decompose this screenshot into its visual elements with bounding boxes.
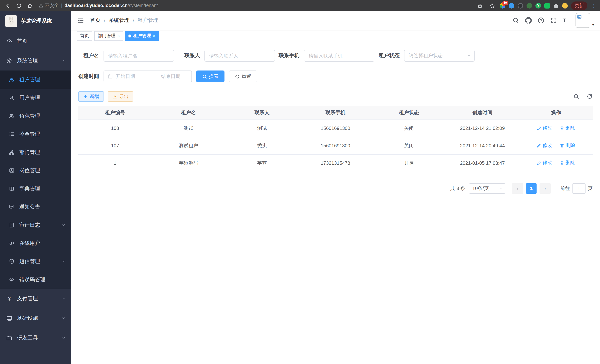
sidebar-fold-icon[interactable] [77,17,84,24]
warning-triangle-icon [38,3,43,8]
breadcrumb-item-current: 租户管理 [138,17,159,24]
status-select[interactable]: 请选择租户状态 [404,50,475,62]
sidebar-item-dev-tools[interactable]: 研发工具 [0,328,71,348]
address-bar[interactable]: 不安全 | dashboard.yudao.iocoder.cn/system/… [38,2,473,9]
browser-back-button[interactable] [3,1,12,10]
search-button-label: 搜索 [209,73,219,80]
user-avatar-menu[interactable]: ▾ [575,13,594,28]
fullscreen-icon [550,17,557,24]
browser-share-button[interactable] [475,1,484,10]
sidebar-nav: 首页 系统管理 租户管理 用户管理 [0,31,71,348]
close-icon[interactable]: × [117,34,120,38]
sidebar-subitem-menu[interactable]: 菜单管理 [0,125,71,143]
extension-blue-icon[interactable] [509,3,514,8]
tab-tenant[interactable]: 租户管理 × [125,31,159,41]
sidebar-item-home[interactable]: 首页 [0,31,71,51]
phone-input[interactable] [304,50,375,62]
current-page-button[interactable]: 1 [526,183,536,194]
edit-button[interactable]: 修改 [536,125,552,131]
security-chip[interactable]: 不安全 [38,2,59,9]
sidebar-subitem-audit-log[interactable]: 审计日志 [0,216,71,234]
edit-icon [536,143,541,148]
sidebar-subitem-post[interactable]: 岗位管理 [0,161,71,180]
extension-green-icon[interactable] [526,3,532,8]
update-chip-label: 更新 [575,2,584,9]
cell-created: 2021-12-14 20:49:44 [446,137,519,154]
header-search-button[interactable] [512,17,519,24]
cell-created: 2021-12-14 21:02:09 [446,120,519,137]
edit-icon [536,161,541,166]
tenant-name-input[interactable] [103,50,174,62]
browser-menu-kebab-icon[interactable]: ⋮ [591,3,597,8]
column-header-status: 租户状态 [372,106,446,120]
sidebar-subitem-user[interactable]: 用户管理 [0,89,71,107]
font-size-button[interactable] [563,17,570,24]
delete-button[interactable]: 删除 [560,142,575,149]
sidebar: 芋道管理系统 首页 系统管理 租户管理 [0,11,71,364]
edit-button[interactable]: 修改 [536,160,552,166]
browser-chrome: 不安全 | dashboard.yudao.iocoder.cn/system/… [0,0,600,11]
sms-shield-icon [9,259,14,264]
create-time-range-picker[interactable]: 开始日期 - 结束日期 [103,71,192,82]
tab-home[interactable]: 首页 [77,31,92,41]
browser-refresh-button[interactable] [14,1,23,10]
sidebar-item-system[interactable]: 系统管理 [0,51,71,71]
profile-avatar-icon[interactable] [562,3,568,8]
chevron-down-icon [498,186,503,191]
export-button[interactable]: 导出 [108,91,133,102]
sidebar-item-infrastructure[interactable]: 基础设施 [0,308,71,328]
extensions-puzzle-icon[interactable] [553,3,559,8]
next-page-button[interactable]: › [540,183,551,194]
bookmark-star-button[interactable] [488,1,497,10]
cell-phone: 15601691300 [299,137,372,154]
breadcrumb: 首页 / 系统管理 / 租户管理 [90,17,159,24]
app-logo-image [5,15,17,27]
sidebar-item-payment[interactable]: ¥ 支付管理 [0,289,71,308]
close-icon[interactable]: × [153,34,155,38]
tab-label: 首页 [80,33,89,39]
briefcase-icon [6,335,12,341]
extension-colorwheel-icon[interactable]: 10 [500,3,505,8]
fullscreen-button[interactable] [550,17,557,24]
search-button[interactable]: 搜索 [196,71,225,82]
sidebar-subitem-dept[interactable]: 部门管理 [0,143,71,161]
github-link-button[interactable] [525,17,532,24]
goto-page-input[interactable] [572,183,586,194]
plus-icon [83,94,88,99]
sidebar-subitem-sms[interactable]: 短信管理 [0,252,71,271]
tab-dept[interactable]: 部门管理 × [94,31,123,41]
sidebar-subitem-dict[interactable]: 字典管理 [0,180,71,198]
sidebar-subitem-label: 短信管理 [19,258,40,265]
url-divider: | [61,3,62,8]
error-code-icon [9,277,14,282]
sidebar-subitem-tenant[interactable]: 租户管理 [0,71,71,89]
contact-input[interactable] [205,50,275,62]
browser-home-button[interactable] [25,1,34,10]
prev-page-button[interactable]: ‹ [512,183,523,194]
hide-search-button[interactable] [573,93,579,99]
page-size-select[interactable]: 10条/页 [469,183,505,194]
sidebar-subitem-label: 在线用户 [19,240,40,247]
delete-button[interactable]: 删除 [560,125,575,131]
refresh-table-button[interactable] [587,93,593,99]
extension-green-square-icon[interactable] [544,3,550,8]
broken-image-icon [577,14,582,19]
extension-dark-icon[interactable] [518,3,523,8]
chrome-update-chip[interactable]: 更新 [571,1,587,10]
breadcrumb-item[interactable]: 首页 [90,17,101,24]
sidebar-subitem-error-code[interactable]: 错误码管理 [0,271,71,289]
help-doc-button[interactable] [538,17,544,24]
goto-page: 前往 页 [560,183,593,194]
delete-button[interactable]: 删除 [560,160,575,166]
edit-label: 修改 [543,160,552,166]
extension-green-y-icon[interactable]: Y [535,3,541,8]
breadcrumb-item[interactable]: 系统管理 [109,17,130,24]
add-button[interactable]: 新增 [78,91,104,102]
edit-button[interactable]: 修改 [536,142,552,149]
sidebar-subitem-online-user[interactable]: 在线用户 [0,234,71,252]
trash-icon [560,126,564,131]
sidebar-subitem-notice[interactable]: 通知公告 [0,198,71,216]
sidebar-subitem-role[interactable]: 角色管理 [0,107,71,125]
reset-button[interactable]: 重置 [229,71,257,82]
pagination-total: 共 3 条 [450,185,465,192]
